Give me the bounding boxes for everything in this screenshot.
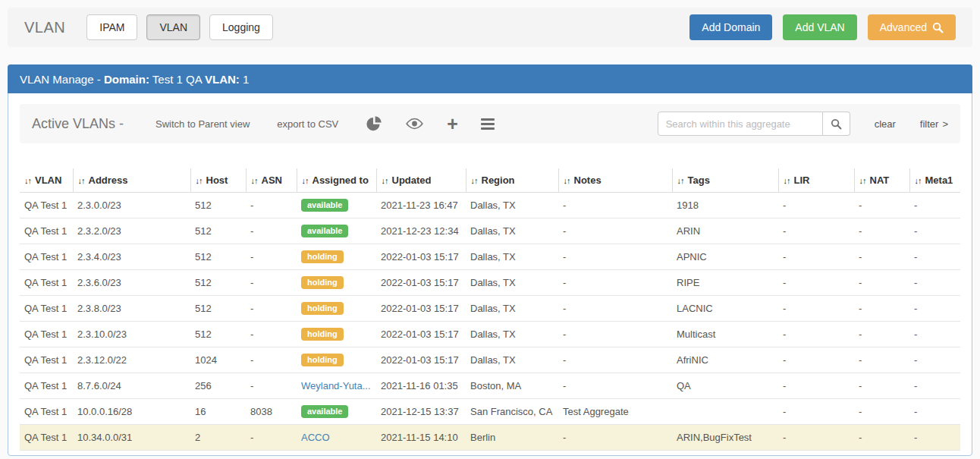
column-label: NAT [870, 174, 890, 186]
filter-link[interactable]: filter> [920, 118, 948, 130]
cell-meta1: - [909, 425, 960, 451]
cell-notes: - [558, 218, 672, 244]
cell-vlan: QA Test 1 [20, 296, 73, 322]
cell-notes: - [558, 347, 672, 373]
pie-chart-icon[interactable] [366, 115, 382, 132]
menu-icon[interactable] [481, 116, 495, 132]
cell-address: 2.3.2.0/23 [73, 218, 190, 244]
cell-host: 1024 [190, 347, 246, 373]
search-icon [831, 118, 842, 130]
sort-icon: ↓↑ [564, 176, 570, 185]
add-domain-button[interactable]: Add Domain [689, 14, 772, 40]
cell-updated: 2022-01-03 15:17 [376, 296, 466, 322]
cell-region: San Francisco, CA [466, 399, 558, 425]
table-body: QA Test 12.3.0.0/23512-available2021-11-… [20, 193, 960, 451]
table-row[interactable]: QA Test 12.3.2.0/23512-available2021-12-… [20, 218, 960, 244]
plus-icon[interactable]: + [447, 116, 458, 131]
cell-nat: - [854, 270, 909, 296]
cell-address: 10.0.0.16/28 [73, 399, 190, 425]
add-vlan-button[interactable]: Add VLAN [783, 14, 856, 40]
column-header-host[interactable]: ↓↑Host [190, 168, 246, 193]
cell-region: Dallas, TX [466, 218, 558, 244]
panel-heading-prefix: VLAN Manage - [20, 73, 104, 86]
tab-ipam[interactable]: IPAM [86, 14, 137, 40]
eye-icon[interactable] [405, 118, 424, 130]
cell-host: 512 [190, 270, 246, 296]
column-header-tags[interactable]: ↓↑Tags [672, 168, 778, 193]
vlan-table: ↓↑VLAN↓↑Address↓↑Host↓↑ASN↓↑Assigned to↓… [20, 168, 960, 451]
panel-heading: VLAN Manage - Domain: Test 1 QA VLAN: 1 [8, 64, 972, 93]
sort-icon: ↓↑ [915, 176, 922, 185]
column-header-nat[interactable]: ↓↑NAT [854, 168, 909, 193]
sort-icon: ↓↑ [859, 176, 866, 185]
table-row[interactable]: QA Test 12.3.12.0/221024-holding2022-01-… [20, 347, 960, 373]
cell-host: 512 [190, 322, 246, 347]
cell-meta1: - [909, 347, 960, 373]
cell-tags: Multicast [672, 322, 778, 347]
column-header-lir[interactable]: ↓↑LIR [778, 168, 854, 193]
cell-host: 256 [190, 373, 246, 399]
cell-assigned: available [297, 193, 376, 218]
column-header-address[interactable]: ↓↑Address [73, 168, 190, 193]
cell-meta1: - [909, 270, 960, 296]
cell-notes: Test Aggregate [558, 399, 672, 425]
column-label: Address [89, 174, 128, 186]
cell-updated: 2021-12-23 12:34 [376, 218, 466, 244]
table-row[interactable]: QA Test 12.3.4.0/23512-holding2022-01-03… [20, 244, 960, 270]
filter-link-label: filter [920, 118, 939, 130]
column-header-notes[interactable]: ↓↑Notes [558, 168, 672, 193]
domain-value: Test 1 QA [149, 73, 205, 86]
status-badge: holding [301, 276, 344, 289]
cell-lir: - [778, 218, 854, 244]
export-csv-link[interactable]: export to CSV [277, 118, 338, 130]
cell-asn: - [246, 373, 297, 399]
status-badge: available [301, 225, 348, 237]
table-row[interactable]: QA Test 110.34.0.0/312-ACCO2021-11-15 14… [20, 425, 960, 451]
search-input[interactable] [658, 112, 823, 136]
assigned-link[interactable]: Weyland-Yuta... [301, 380, 371, 391]
table-row[interactable]: QA Test 12.3.8.0/23512-holding2022-01-03… [20, 296, 960, 322]
tab-logging[interactable]: Logging [209, 14, 273, 40]
table-row[interactable]: QA Test 12.3.6.0/23512-holding2022-01-03… [20, 270, 960, 296]
column-label: Updated [392, 174, 432, 186]
cell-notes: - [558, 296, 672, 322]
cell-address: 2.3.8.0/23 [73, 296, 190, 322]
column-label: Region [482, 174, 515, 186]
cell-address: 2.3.4.0/23 [73, 244, 190, 270]
cell-meta1: - [909, 218, 960, 244]
cell-asn: - [246, 244, 297, 270]
advanced-search-button[interactable]: Advanced [868, 14, 956, 40]
cell-updated: 2022-01-03 15:17 [376, 347, 466, 373]
status-badge: holding [301, 328, 344, 341]
cell-region: Dallas, TX [466, 296, 558, 322]
cell-tags [672, 399, 778, 425]
cell-tags: 1918 [672, 193, 778, 218]
column-header-updated[interactable]: ↓↑Updated [376, 168, 466, 193]
clear-filter-link[interactable]: clear [875, 118, 896, 130]
column-header-region[interactable]: ↓↑Region [466, 168, 558, 193]
table-row[interactable]: QA Test 18.7.6.0/24256-Weyland-Yuta...20… [20, 373, 960, 399]
search-submit-button[interactable] [823, 112, 850, 136]
cell-vlan: QA Test 1 [20, 322, 73, 347]
cell-nat: - [854, 193, 909, 218]
table-row[interactable]: QA Test 12.3.10.0/23512-holding2022-01-0… [20, 322, 960, 347]
assigned-link[interactable]: ACCO [301, 432, 330, 443]
cell-region: Berlin [466, 425, 558, 451]
column-header-asn[interactable]: ↓↑ASN [246, 168, 297, 193]
column-header-assigned[interactable]: ↓↑Assigned to [297, 168, 376, 193]
cell-address: 2.3.10.0/23 [73, 322, 190, 347]
table-row[interactable]: QA Test 110.0.0.16/28168038available2021… [20, 399, 960, 425]
tab-vlan[interactable]: VLAN [146, 14, 200, 40]
cell-host: 512 [190, 218, 246, 244]
cell-vlan: QA Test 1 [20, 270, 73, 296]
column-header-vlan[interactable]: ↓↑VLAN [20, 168, 73, 193]
cell-nat: - [854, 296, 909, 322]
search-icon [932, 22, 944, 33]
table-row[interactable]: QA Test 12.3.0.0/23512-available2021-11-… [20, 193, 960, 218]
cell-vlan: QA Test 1 [20, 347, 73, 373]
column-header-meta1[interactable]: ↓↑Meta1 [909, 168, 960, 193]
top-actions: Add Domain Add VLAN Advanced [689, 14, 956, 40]
cell-notes: - [558, 373, 672, 399]
view-tab-group: IPAMVLANLogging [86, 14, 273, 40]
switch-parent-view-link[interactable]: Switch to Parent view [155, 118, 250, 130]
